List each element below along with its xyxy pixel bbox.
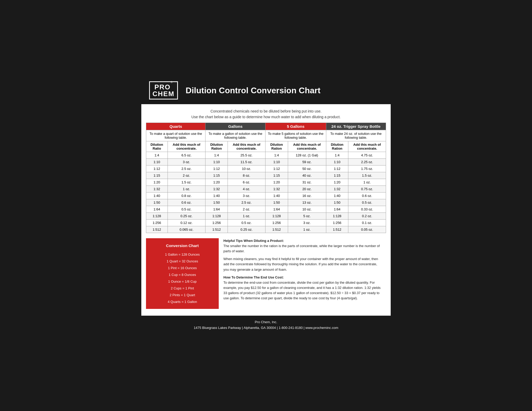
- desc-24oz: To make 24 oz. of solution use the follo…: [326, 130, 386, 141]
- table-row: 1:12 2.5 oz. 1:12 10 oz. 1:12 50 oz. 1:1…: [146, 165, 386, 172]
- logo-reg: ®: [171, 81, 172, 84]
- section-quarts: Quarts: [146, 123, 205, 130]
- table-row: 1:32 1 oz. 1:32 4 oz. 1:32 20 oz. 1:32 0…: [146, 185, 386, 192]
- conversion-item: 4 Quarts = 1 Gallon: [151, 299, 214, 305]
- footer-line2: 1475 Bluegrass Lakes Parkway | Alpharett…: [147, 325, 385, 331]
- col-header-g-ratio: Dilution Ration: [205, 141, 228, 152]
- desc-quarts: To make a quart of solution use the foll…: [146, 130, 205, 141]
- conversion-item: 2 Pints = 1 Quart: [151, 292, 214, 299]
- table-row: 1:64 0.5 oz. 1:64 2 oz. 1:64 10 oz. 1:64…: [146, 206, 386, 213]
- footer: Pro Chem, Inc. 1475 Bluegrass Lakes Park…: [141, 316, 391, 334]
- desc-gallons: To make a gallon of solution use the fol…: [205, 130, 265, 141]
- section-gallons: Gallons: [205, 123, 265, 130]
- table-row: 1:40 0.8 oz. 1:40 3 oz. 1:40 16 oz. 1:40…: [146, 192, 386, 199]
- table-row: 1:256 0.12 oz. 1:256 0.5 oz. 1:256 3 oz.…: [146, 219, 386, 226]
- section-5gallons: 5 Gallons: [265, 123, 326, 130]
- conversion-item: 2 Cups = 1 Pint: [151, 285, 214, 292]
- table-row: 1:128 0.25 oz. 1:128 1 oz. 1:128 5 oz. 1…: [146, 213, 386, 219]
- subtitle: Concentrated chemicals need to be dilute…: [146, 104, 386, 123]
- page-title: Dilution Control Conversion Chart: [186, 86, 383, 95]
- conversion-item: 1 Quart = 32 Ounces: [151, 258, 214, 265]
- table-row: 1:4 6.5 oz. 1:4 25.5 oz. 1:4 128 oz. (1 …: [146, 152, 386, 158]
- table-row: 1:20 1.5 oz. 1:20 6 oz. 1:20 31 oz. 1:20…: [146, 179, 386, 185]
- table-row: 1:512 0.065 oz. 1:512 0.25 oz. 1:512 1 o…: [146, 226, 386, 233]
- bottom-section: Conversion Chart 1 Gallon = 128 Ounces1 …: [146, 236, 386, 309]
- footer-line1: Pro Chem, Inc.: [147, 319, 385, 325]
- table-row: 1:15 2 oz. 1:15 8 oz. 1:15 40 oz. 1:15 1…: [146, 172, 386, 179]
- col-header-oz-ratio: Dilution Ration: [326, 141, 348, 152]
- tip2-text: When mixing cleaners, you may find it he…: [223, 256, 383, 272]
- col-header-q-ratio: Dilution Ratio: [146, 141, 168, 152]
- section-24oz: 24 oz. Trigger Spray Bottle: [326, 123, 386, 130]
- header: PRO ® CHEM Dilution Control Conversion C…: [141, 77, 391, 104]
- subtitle-line1: Concentrated chemicals need to be dilute…: [151, 108, 381, 114]
- col-header-fg-conc: Add this much of concentrate.: [288, 141, 326, 152]
- col-header-q-conc: Add this much of concentrate.: [168, 141, 205, 152]
- conversion-box: Conversion Chart 1 Gallon = 128 Ounces1 …: [146, 238, 219, 309]
- col-header-fg-ratio: Dilution Ration: [265, 141, 288, 152]
- conversion-item: 1 Cup = 8 Ounces: [151, 271, 214, 278]
- conversion-item: 1 Pint = 16 Ounces: [151, 265, 214, 271]
- conversion-box-title: Conversion Chart: [151, 242, 214, 250]
- desc-5gallons: To make 5 gallons of solution use the fo…: [265, 130, 326, 141]
- tip3-text: To determine the end-use cost from conce…: [223, 281, 381, 300]
- tip1-text: The smaller the number in the ration is …: [223, 244, 380, 253]
- subtitle-line2: Use the chart below as a guide to determ…: [151, 114, 381, 120]
- col-header-g-conc: Add this much of concentrate.: [228, 141, 265, 152]
- conversion-item: 1 Ounce = 1/8 Cup: [151, 278, 214, 285]
- logo: PRO ® CHEM: [149, 81, 178, 100]
- logo-pro: PRO: [154, 84, 170, 90]
- tips-heading1: Helpful Tips When Diluting a Product: Th…: [223, 238, 383, 254]
- conversion-item: 1 Gallon = 128 Ounces: [151, 251, 214, 258]
- main-table: Quarts Gallons 5 Gallons 24 oz. Trigger …: [146, 123, 386, 233]
- table-row: 1:50 0.6 oz. 1:50 2.5 oz. 1:50 13 oz. 1:…: [146, 199, 386, 206]
- logo-chem: CHEM: [152, 90, 175, 97]
- table-row: 1:10 3 oz. 1:10 11.5 oz. 1:10 59 oz. 1:1…: [146, 158, 386, 165]
- col-header-oz-conc: Add this much of concentrate.: [348, 141, 386, 152]
- tips-box: Helpful Tips When Diluting a Product: Th…: [223, 238, 386, 304]
- tips-heading2: How To Determine The End Use Cost: To de…: [223, 275, 383, 301]
